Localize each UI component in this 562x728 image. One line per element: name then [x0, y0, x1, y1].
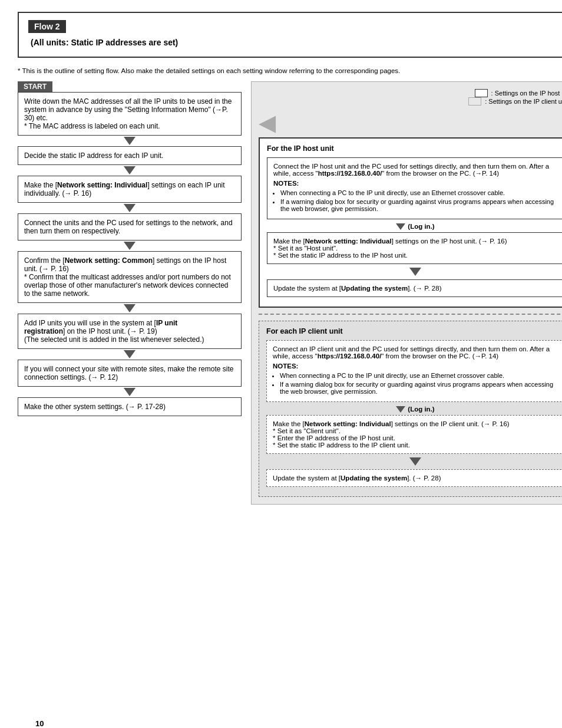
host-note-2: If a warning dialog box for security or … [280, 198, 557, 212]
big-arrow-container: ◀ [259, 111, 562, 134]
flow-box-7-text: If you will connect your site with remot… [24, 365, 233, 381]
flow-box-1-text: Write down the MAC addresses of all the … [24, 97, 232, 130]
host-note-1: When connecting a PC to the IP unit dire… [280, 189, 557, 196]
flow-box-1: Write down the MAC addresses of all the … [18, 92, 242, 136]
client-box-2: Make the [Network setting: Individual] s… [266, 415, 562, 454]
client-section: For each IP client unit Connect an IP cl… [259, 321, 562, 497]
host-section-title: For the IP host unit [267, 144, 562, 153]
start-label: START [18, 81, 52, 92]
client-box-2-text: Make the [Network setting: Individual] s… [273, 420, 510, 449]
arrow-3 [124, 204, 135, 212]
arrow-7 [124, 388, 135, 396]
flow-box-3: Make the [Network setting: Individual] s… [18, 176, 242, 203]
flow-box-3-text: Make the [Network setting: Individual] s… [24, 181, 225, 197]
flow-box-7: If you will connect your site with remot… [18, 360, 242, 387]
main-content: START Write down the MAC addresses of al… [18, 81, 562, 505]
host-box-3: Update the system at [Updating the syste… [267, 279, 562, 297]
left-column: START Write down the MAC addresses of al… [18, 81, 242, 505]
flow-header: Flow 2 (All units: Static IP addresses a… [18, 12, 562, 58]
client-login-arrow-icon [396, 406, 405, 413]
arrow-4 [124, 242, 135, 250]
flow-box-2: Decide the static IP address for each IP… [18, 146, 242, 165]
section-divider [259, 314, 562, 315]
flow-box-5: Confirm the [Network setting: Common] se… [18, 251, 242, 303]
flow-box-2-text: Decide the static IP address for each IP… [24, 151, 163, 160]
flow-box-8-text: Make the other system settings. (→ P. 17… [24, 403, 166, 411]
client-notes-label: NOTES: [273, 363, 298, 370]
host-box-2: Make the [Network setting: Individual] s… [267, 232, 562, 264]
host-login-arrow-icon [396, 223, 405, 230]
flow-subtitle: (All units: Static IP addresses are set) [31, 38, 562, 47]
flow-box-8: Make the other system settings. (→ P. 17… [18, 397, 242, 416]
client-arrow-down [409, 457, 421, 466]
host-box-1-text: Connect the IP host unit and the PC used… [273, 163, 549, 177]
legend-box-dark [475, 89, 488, 97]
arrow-2 [124, 166, 135, 174]
legend-client-label: : Settings on the IP client units [485, 98, 562, 105]
page-number: 10 [35, 719, 44, 728]
arrow-1 [124, 137, 135, 145]
arrow-6 [124, 350, 135, 358]
host-box-1: Connect the IP host unit and the PC used… [267, 157, 562, 219]
legend-host: : Settings on the IP host unit [475, 89, 562, 97]
flow-title: Flow 2 [28, 20, 66, 33]
legend: : Settings on the IP host unit : Setting… [259, 89, 562, 106]
flow-box-4: Connect the units and the PC used for se… [18, 213, 242, 241]
client-box-1-text: Connect an IP client unit and the PC use… [273, 345, 550, 360]
host-section: For the IP host unit Connect the IP host… [259, 137, 562, 308]
right-column: : Settings on the IP host unit : Setting… [251, 81, 562, 505]
legend-client: : Settings on the IP client units [468, 97, 562, 106]
client-box-1: Connect an IP client unit and the PC use… [266, 340, 562, 402]
host-arrow-down [409, 268, 421, 276]
outline-note: * This is the outline of setting flow. A… [18, 67, 562, 74]
flow-box-4-text: Connect the units and the PC used for se… [24, 219, 233, 235]
client-note-2: If a warning dialog box for security or … [280, 381, 558, 395]
client-notes-list: When connecting a PC to the IP unit dire… [280, 372, 558, 395]
legend-box-light [468, 97, 481, 106]
flow-box-6-text: Add IP units you will use in the system … [24, 319, 204, 344]
client-box-3: Update the system at [Updating the syste… [266, 469, 562, 487]
host-notes-label: NOTES: [273, 180, 299, 187]
host-box-3-text: Update the system at [Updating the syste… [273, 285, 441, 292]
legend-host-label: : Settings on the IP host unit [491, 90, 562, 97]
client-box-3-text: Update the system at [Updating the syste… [273, 475, 441, 482]
host-login-label: (Log in.) [408, 223, 434, 230]
host-notes-list: When connecting a PC to the IP unit dire… [280, 189, 557, 212]
flow-box-6: Add IP units you will use in the system … [18, 314, 242, 349]
client-login-label: (Log in.) [408, 406, 434, 413]
big-left-arrow-icon: ◀ [259, 111, 276, 134]
client-note-1: When connecting a PC to the IP unit dire… [280, 372, 558, 379]
client-section-title: For each IP client unit [266, 327, 562, 335]
flow-box-5-text: Confirm the [Network setting: Common] se… [24, 256, 231, 298]
arrow-5 [124, 304, 135, 312]
host-box-2-text: Make the [Network setting: Individual] s… [273, 238, 507, 259]
host-login-arrow: (Log in.) [267, 223, 562, 230]
client-login-arrow: (Log in.) [266, 406, 562, 413]
